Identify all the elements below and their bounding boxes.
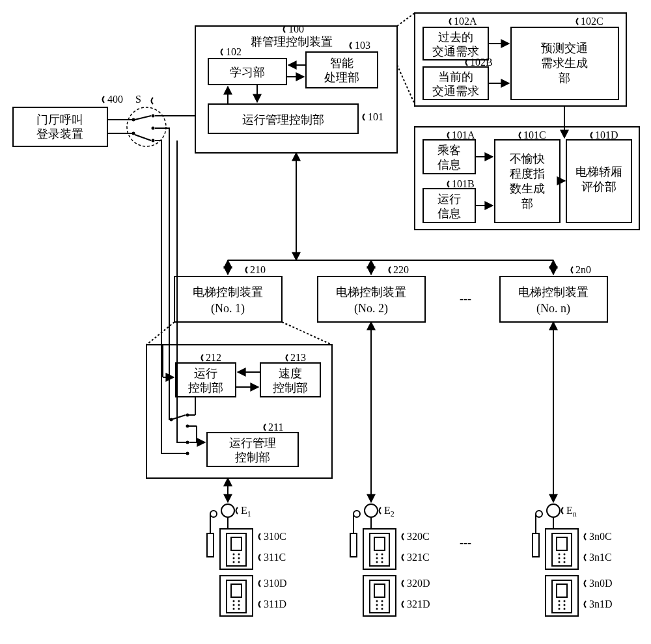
ctrl2-l2: (No. 2) — [354, 302, 388, 315]
dash1: --- — [460, 292, 471, 305]
detail-102: 102A 过去的 交通需求 102B 当前的 交通需求 102C 预测交通 需求… — [415, 13, 626, 106]
svg-point-76 — [186, 441, 189, 444]
ctrln-l2: (No. n) — [536, 302, 570, 315]
box212-l2: 控制部 — [188, 381, 223, 394]
box101-text: 运行管理控制部 — [242, 113, 324, 126]
svg-line-18 — [135, 116, 151, 120]
detail-101: 101A 乘客 信息 101B 运行 信息 101C 不愉快 程度指 数生成 部… — [415, 106, 639, 230]
box102c-l2: 需求生成 — [541, 57, 588, 70]
box101d-l2: 评价部 — [581, 180, 616, 193]
ref-320d: 320D — [407, 578, 430, 589]
ctrl-detail: 212 运行 控制部 213 速度 控制部 211 运行管理 控制部 — [146, 345, 332, 478]
box101a-l1: 乘客 — [437, 144, 461, 157]
ref-310d: 310D — [264, 578, 287, 589]
box400-line2: 登录装置 — [36, 127, 83, 141]
box101c-l4: 部 — [521, 197, 533, 210]
svg-point-77 — [186, 452, 189, 455]
ctrln-l1: 电梯控制装置 — [518, 286, 589, 299]
box102b-l1: 当前的 — [438, 70, 473, 83]
ref-210: 210 — [250, 264, 266, 275]
ref-212: 212 — [206, 352, 221, 363]
ref-102a: 102A — [454, 16, 477, 27]
ref-2n0: 2n0 — [575, 264, 591, 275]
box102a-l1: 过去的 — [438, 31, 473, 44]
svg-point-22 — [132, 132, 135, 135]
ref-101: 101 — [368, 111, 383, 122]
ref-3n0d: 3n0D — [589, 578, 613, 589]
elevator-n: En 3n0C 3n1C 3n0D 3n1D — [533, 504, 613, 616]
ctrl1-l1: 电梯控制装置 — [193, 286, 263, 299]
ref-en: En — [566, 505, 577, 518]
ref-211: 211 — [268, 422, 283, 433]
box103-line2: 处理部 — [324, 71, 359, 84]
ref-101d: 101D — [595, 129, 618, 141]
box101b-l1: 运行 — [437, 193, 461, 206]
ref-321c: 321C — [407, 552, 430, 563]
box101d-l1: 电梯轿厢 — [575, 165, 622, 178]
box213-l1: 速度 — [279, 367, 302, 380]
box103-line1: 智能 — [330, 57, 353, 70]
ref-311c: 311C — [264, 552, 286, 563]
dash2: --- — [460, 536, 471, 549]
ref-101b: 101B — [452, 178, 475, 189]
box211-l2: 控制部 — [235, 451, 270, 464]
ref-e1: E1 — [241, 505, 251, 518]
group-mgmt-device: 100 群管理控制装置 102 学习部 103 智能 处理部 101 运行管理控… — [195, 23, 397, 153]
svg-line-61 — [282, 322, 332, 345]
ref-3n1d: 3n1D — [589, 598, 613, 610]
ref-311d: 311D — [264, 598, 286, 610]
svg-line-35 — [397, 13, 415, 26]
ref-102: 102 — [226, 46, 242, 57]
box100-title: 群管理控制装置 — [251, 35, 333, 48]
svg-line-60 — [146, 322, 174, 345]
switch-s: S — [127, 94, 166, 146]
svg-point-21 — [152, 139, 155, 142]
hall-call-device: 门厅呼叫 登录装置 400 — [13, 94, 123, 146]
box101c-l2: 程度指 — [510, 167, 545, 180]
elevator-1: E1 310C 311C 310D 311D — [207, 504, 287, 616]
svg-rect-59 — [500, 276, 607, 322]
svg-point-19 — [152, 114, 155, 118]
ref-400: 400 — [107, 94, 123, 105]
box102b-l2: 交通需求 — [432, 85, 479, 98]
ref-220: 220 — [393, 264, 409, 275]
svg-line-36 — [397, 65, 415, 104]
ref-102c: 102C — [581, 16, 603, 27]
box101a-l2: 信息 — [437, 158, 461, 171]
ref-100: 100 — [288, 23, 304, 34]
ref-213: 213 — [290, 352, 306, 363]
ref-321d: 321D — [407, 598, 430, 610]
svg-rect-58 — [318, 276, 425, 322]
box211-l1: 运行管理 — [229, 436, 276, 449]
svg-line-23 — [135, 135, 151, 141]
box213-l2: 控制部 — [273, 381, 308, 394]
box101c-l1: 不愉快 — [510, 152, 545, 165]
box102-text: 学习部 — [230, 66, 265, 79]
box102c-l3: 部 — [559, 72, 570, 85]
elevator-2: E2 320C 321C 320D 321D — [350, 504, 430, 616]
ref-103: 103 — [355, 40, 370, 51]
ref-101c: 101C — [523, 129, 546, 141]
svg-point-17 — [132, 118, 135, 122]
ref-320c: 320C — [407, 531, 430, 542]
ref-3n0c: 3n0C — [589, 531, 612, 542]
ref-101a: 101A — [452, 129, 475, 141]
box400-line1: 门厅呼叫 — [36, 113, 83, 126]
box212-l1: 运行 — [194, 367, 217, 380]
ref-s: S — [135, 94, 141, 105]
svg-rect-57 — [174, 276, 282, 322]
ref-310c: 310C — [264, 531, 286, 542]
ref-3n1c: 3n1C — [589, 552, 612, 563]
box102a-l2: 交通需求 — [432, 45, 479, 58]
ctrl1-l2: (No. 1) — [211, 302, 245, 315]
ctrl2-l1: 电梯控制装置 — [336, 286, 406, 299]
box102c-l1: 预测交通 — [541, 42, 588, 55]
ref-102b: 102B — [470, 57, 493, 68]
box101b-l2: 信息 — [437, 207, 461, 220]
svg-point-20 — [152, 127, 155, 130]
box101c-l3: 数生成 — [510, 182, 545, 195]
ref-e2: E2 — [384, 505, 395, 518]
